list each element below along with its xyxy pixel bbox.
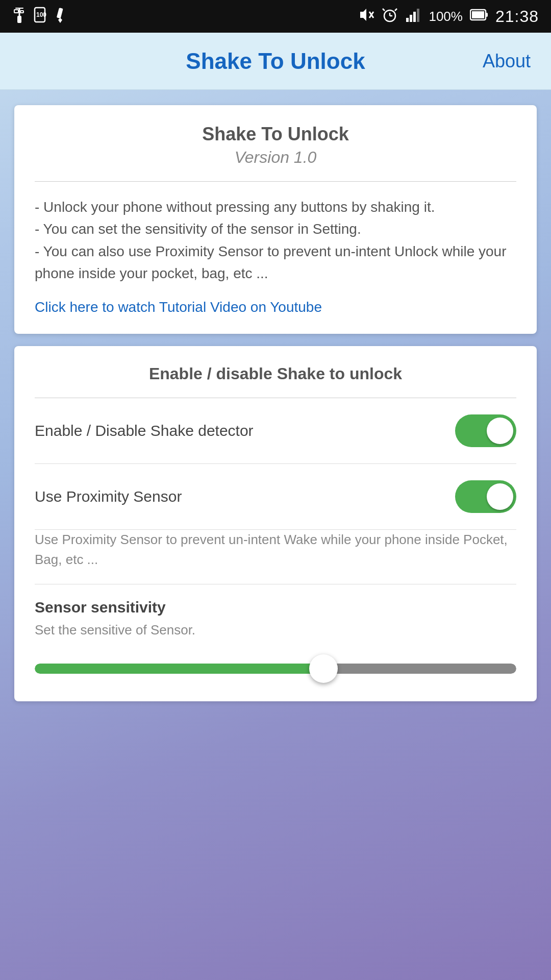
- alarm-icon: [382, 7, 398, 27]
- tutorial-link[interactable]: Click here to watch Tutorial Video on Yo…: [35, 299, 322, 315]
- sensitivity-section: Sensor sensitivity Set the sensitive of …: [35, 584, 516, 683]
- main-content: Shake To Unlock Version 1.0 - Unlock you…: [0, 90, 551, 980]
- proximity-sensor-toggle[interactable]: [455, 480, 516, 513]
- usb-icon: [12, 6, 27, 28]
- proximity-sensor-thumb: [487, 483, 513, 510]
- svg-rect-16: [406, 18, 409, 22]
- proximity-sensor-track: [455, 480, 516, 513]
- sensitivity-slider-container[interactable]: [35, 654, 516, 683]
- shake-detector-thumb: [487, 418, 513, 444]
- status-time: 21:38: [495, 7, 539, 26]
- sensitivity-slider-track: [35, 664, 516, 674]
- sensitivity-label: Sensor sensitivity: [35, 599, 516, 616]
- signal-icon: [405, 7, 421, 27]
- info-divider: [35, 181, 516, 182]
- proximity-sensor-label: Use Proximity Sensor: [35, 488, 182, 505]
- shake-detector-track: [455, 414, 516, 447]
- status-bar: 100: [0, 0, 551, 33]
- svg-rect-17: [410, 15, 412, 22]
- settings-card: Enable / disable Shake to unlock Enable …: [14, 346, 537, 701]
- proximity-subtext: Use Proximity Sensor to prevent un-inten…: [35, 530, 516, 584]
- sd-icon: 100: [33, 6, 47, 28]
- svg-rect-3: [14, 10, 18, 13]
- pencil-icon: [53, 6, 68, 28]
- svg-rect-4: [20, 11, 23, 13]
- svg-rect-7: [57, 8, 63, 18]
- sensitivity-sublabel: Set the sensitive of Sensor.: [35, 622, 516, 638]
- about-button[interactable]: About: [483, 51, 531, 72]
- sensitivity-slider-fill: [35, 664, 323, 674]
- app-title: Shake To Unlock: [186, 48, 365, 74]
- info-card-title: Shake To Unlock: [35, 124, 516, 145]
- svg-rect-22: [486, 13, 488, 17]
- svg-rect-1: [15, 8, 23, 9]
- shake-detector-row: Enable / Disable Shake detector: [35, 398, 516, 464]
- info-card-description: - Unlock your phone without pressing any…: [35, 196, 516, 285]
- svg-rect-21: [472, 11, 484, 18]
- battery-icon: [470, 7, 488, 27]
- shake-detector-toggle[interactable]: [455, 414, 516, 447]
- battery-percent: 100%: [429, 9, 463, 24]
- shake-detector-label: Enable / Disable Shake detector: [35, 422, 254, 439]
- svg-line-14: [383, 9, 385, 11]
- info-card: Shake To Unlock Version 1.0 - Unlock you…: [14, 105, 537, 334]
- svg-text:100: 100: [36, 11, 46, 18]
- settings-section-title: Enable / disable Shake to unlock: [35, 364, 516, 383]
- status-left-icons: 100: [12, 6, 68, 28]
- svg-rect-18: [413, 12, 416, 22]
- proximity-sensor-row: Use Proximity Sensor: [35, 464, 516, 530]
- sensitivity-slider-thumb[interactable]: [309, 654, 338, 683]
- status-right-icons: 100% 21:38: [358, 7, 539, 27]
- svg-rect-19: [417, 9, 419, 22]
- app-bar: Shake To Unlock About: [0, 33, 551, 90]
- info-card-version: Version 1.0: [35, 148, 516, 167]
- svg-rect-0: [17, 16, 21, 23]
- svg-marker-8: [58, 18, 62, 23]
- mute-icon: [358, 7, 374, 27]
- sensitivity-slider-empty: [323, 664, 516, 674]
- svg-line-15: [395, 9, 397, 11]
